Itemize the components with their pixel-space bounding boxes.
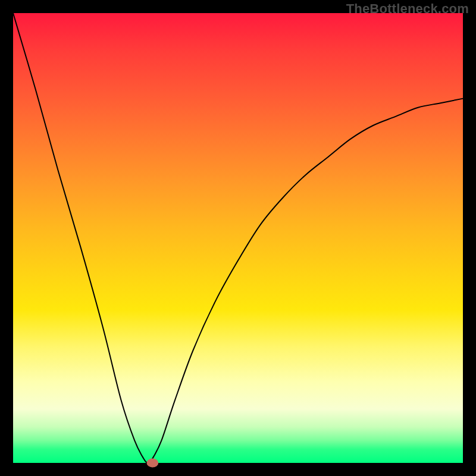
chart-frame: TheBottleneck.com: [0, 0, 476, 476]
plot-area: [13, 13, 463, 463]
watermark-label: TheBottleneck.com: [346, 1, 469, 17]
bottleneck-curve: [13, 13, 463, 463]
chart-svg: [13, 13, 463, 463]
minimum-marker: [147, 458, 159, 467]
